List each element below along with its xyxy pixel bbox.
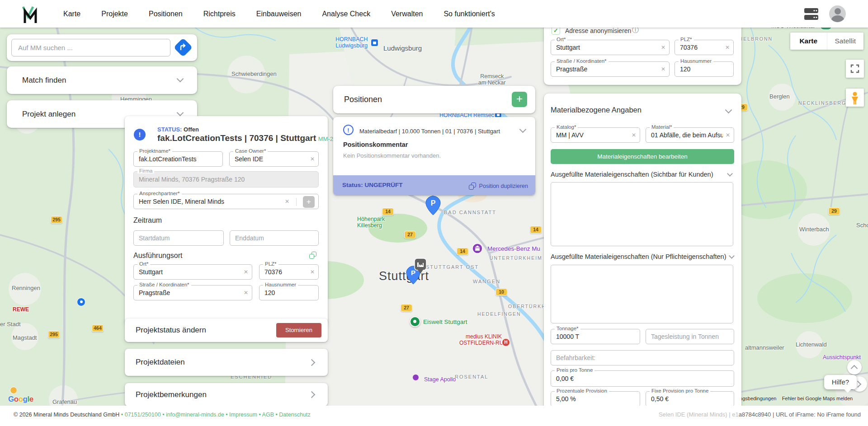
chevron-down-icon[interactable] (519, 126, 527, 133)
startdatum-field[interactable]: Startdatum (133, 230, 224, 246)
clear-icon[interactable]: ✕ (632, 132, 636, 138)
preis-pro-tonne-field[interactable]: Preis pro Tonne 0,00 € (551, 370, 734, 387)
position-status-icon: ! (343, 125, 354, 135)
avatar-head (835, 8, 841, 14)
clear-icon[interactable]: ✕ (661, 44, 665, 51)
ausfuehrungsort-heading: Ausführungsort (133, 252, 183, 260)
help-button[interactable]: Hilfe? (824, 375, 857, 389)
map-pin-factory[interactable] (414, 257, 427, 276)
nav-karte[interactable]: Karte (63, 10, 80, 18)
pegman-button[interactable] (846, 89, 864, 107)
map-type-karte[interactable]: Karte (790, 33, 827, 50)
add-position-button[interactable]: + (512, 92, 527, 107)
copy-address-icon[interactable] (309, 252, 316, 259)
keyboard-toggle-icon[interactable] (804, 7, 819, 21)
clear-icon[interactable]: ✕ (244, 290, 248, 296)
map-label: Winterbach (799, 226, 829, 233)
map-label: Stage Apollo (424, 376, 456, 383)
mineral-minds-logo[interactable] (20, 5, 40, 24)
position-item-card: ! Materialbedarf | 10.000 Tonnen | 01 | … (333, 117, 535, 195)
hausnummer-field[interactable]: Hausnummer 120 (675, 61, 734, 77)
prozentuale-provision-field[interactable]: Prozentuale Provision 5,00 % (551, 391, 640, 407)
footer-agb-link[interactable]: AGB (262, 412, 274, 418)
match-finden-panel[interactable]: Match finden (7, 66, 197, 94)
material-field[interactable]: Material* 01 Abfälle, die beim Aufsuc...… (646, 127, 734, 143)
avatar[interactable] (829, 5, 846, 22)
map-marker-museum[interactable] (472, 243, 483, 256)
nav-analyse-check[interactable]: Analyse Check (322, 10, 370, 18)
report-error-link[interactable]: Fehler bei Google Maps melden (782, 396, 853, 401)
clear-icon[interactable]: ✕ (726, 132, 730, 138)
fixe-provision-field[interactable]: Fixe Provision pro Tonne 0,50 € (646, 391, 734, 407)
route-badge: 295 (51, 216, 62, 224)
map-marker-hospital[interactable]: H (502, 338, 510, 346)
clear-icon[interactable]: ✕ (310, 156, 315, 162)
chevron-right-icon (308, 391, 316, 398)
position-duplicate-button[interactable]: Position duplizieren (469, 182, 528, 190)
positionen-title: Positionen (344, 86, 382, 113)
route-badge: 14 (530, 226, 542, 234)
pegman-icon (846, 89, 864, 107)
map-marker-eiswelt[interactable] (410, 316, 420, 327)
clear-icon[interactable]: ✕ (310, 269, 315, 275)
position-status-bar: Status: UNGEPRÜFT Position duplizieren (333, 175, 535, 195)
footer-copyright: © 2026 Mineral Minds Deutschland GmbH (14, 412, 119, 418)
map-marker-hornbach[interactable] (371, 39, 378, 47)
footer-right: Selen IDE (Mineral Minds) | e1a8784c8940… (659, 411, 861, 418)
clear-icon[interactable]: ✕ (285, 198, 289, 205)
hausnummer-field[interactable]: Hausnummer 120 (259, 285, 319, 300)
clear-icon[interactable]: ✕ (661, 66, 665, 72)
props-customer-heading: Ausgefüllte Materialeigenschaften (Sicht… (551, 171, 713, 178)
map-marker-poi[interactable] (10, 387, 17, 394)
ort-field[interactable]: Ort* Stuttgart ✕ (551, 40, 670, 55)
props-mandatory-box[interactable] (551, 265, 733, 323)
map-marker-theater[interactable] (412, 374, 419, 381)
enddatum-field[interactable]: Enddatum (230, 230, 319, 246)
projektstatus-label: Projektstatus ändern (136, 318, 206, 342)
clear-icon[interactable]: ✕ (725, 44, 730, 51)
footer-email-link[interactable]: info@mineral-minds.de (166, 412, 224, 418)
add-contact-button[interactable]: + (303, 196, 315, 208)
case-owner-field[interactable]: Case Owner* Selen IDE ✕ (229, 151, 319, 167)
befahrbarkeit-field[interactable]: Befahrbarkeit: (551, 350, 734, 365)
nav-verwalten[interactable]: Verwalten (391, 10, 423, 18)
plz-field[interactable]: PLZ* 70376 ✕ (675, 40, 734, 55)
footer-phone-link[interactable]: 07151/250100 (125, 412, 161, 418)
map-type-satellit[interactable]: Satellit (827, 33, 864, 50)
nav-einbauweisen[interactable]: Einbauweisen (256, 10, 302, 18)
anonymize-label: Adresse anonymisieren (565, 27, 631, 34)
katalog-field[interactable]: Katalog* MM | AVV ✕ (551, 127, 640, 143)
collapse-up-button[interactable] (847, 360, 862, 375)
tonnage-field[interactable]: Tonnage* 10000 T (551, 329, 640, 344)
projektbemerkungen-panel[interactable]: Projektbemerkungen (125, 383, 328, 406)
search-card: Auf MM suchen ... (7, 34, 197, 61)
map-label: STUTTGART OST (426, 264, 479, 270)
nav-positionen[interactable]: Positionen (149, 10, 183, 18)
search-submit-button[interactable] (174, 38, 192, 56)
fullscreen-button[interactable] (846, 60, 864, 78)
map-marker-store[interactable] (77, 298, 85, 306)
tagesleistung-field[interactable]: Tagesleistung in Tonnen (646, 329, 734, 344)
ort-field[interactable]: Ort* Stuttgart ✕ (133, 264, 252, 280)
stornieren-button[interactable]: Stornieren (276, 323, 321, 337)
map-pin-parking[interactable]: P (425, 196, 441, 217)
plz-field[interactable]: PLZ* 70376 ✕ (259, 264, 319, 280)
nav-projekte[interactable]: Projekte (101, 10, 128, 18)
footer-datenschutz-link[interactable]: Datenschutz (279, 412, 310, 418)
props-customer-box[interactable] (551, 182, 733, 246)
projektdateien-panel[interactable]: Projektdateien (125, 349, 328, 376)
positionskommentar-heading: Positionskommentar (343, 141, 408, 148)
app-root: Ludwigsburg Schwieberdingen Hemmingen We… (0, 0, 868, 426)
strasse-field[interactable]: Straße / Koordinaten* Pragstraße ✕ (551, 61, 670, 77)
edit-material-properties-button[interactable]: Materialeigenschaften bearbeiten (551, 149, 734, 164)
projektname-field[interactable]: Projektname* fak.LotCreationTests (133, 151, 223, 167)
footer-impressum-link[interactable]: Impressum (229, 412, 257, 418)
search-input[interactable]: Auf MM suchen ... (11, 39, 170, 56)
ansprechpartner-field[interactable]: Ansprechpartner* Herr Selen IDE, Mineral… (133, 194, 319, 209)
nav-richtpreis[interactable]: Richtpreis (203, 10, 236, 18)
clear-icon[interactable]: ✕ (244, 269, 248, 275)
projektdateien-label: Projektdateien (136, 349, 185, 376)
strasse-field[interactable]: Straße / Koordinaten* Pragstraße ✕ (133, 285, 252, 300)
nav-so-funktionierts[interactable]: So funktioniert's (443, 10, 495, 18)
map-label: Ludwigsburg (383, 44, 422, 52)
